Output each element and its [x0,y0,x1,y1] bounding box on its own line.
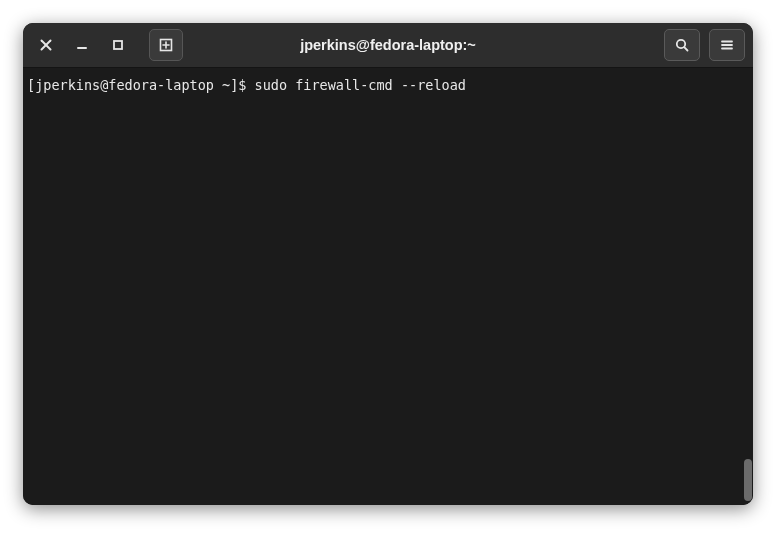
terminal-window: jperkins@fedora-laptop:~ [jperkins@fedor… [23,23,753,505]
maximize-icon [112,39,124,51]
shell-prompt: [jperkins@fedora-laptop ~]$ [27,77,255,93]
close-button[interactable] [31,30,61,60]
scrollbar[interactable] [743,68,753,505]
toolbar-right [664,29,745,61]
search-icon [674,37,690,53]
menu-button[interactable] [709,29,745,61]
svg-rect-3 [114,41,122,49]
new-tab-icon [158,37,174,53]
shell-command: sudo firewall-cmd --reload [255,77,466,93]
svg-line-8 [684,47,687,50]
terminal-line: [jperkins@fedora-laptop ~]$ sudo firewal… [23,68,753,94]
titlebar: jperkins@fedora-laptop:~ [23,23,753,68]
scrollbar-thumb[interactable] [744,459,752,501]
minimize-icon [76,39,88,51]
new-tab-button[interactable] [149,29,183,61]
close-icon [40,39,52,51]
search-button[interactable] [664,29,700,61]
terminal-body[interactable]: [jperkins@fedora-laptop ~]$ sudo firewal… [23,68,753,505]
minimize-button[interactable] [67,30,97,60]
maximize-button[interactable] [103,30,133,60]
hamburger-icon [719,37,735,53]
